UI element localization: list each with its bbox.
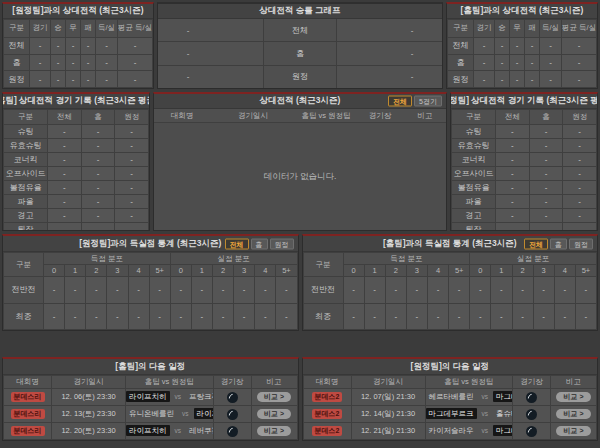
cell: 0	[170, 265, 191, 277]
cell: 0	[470, 265, 491, 277]
row-label: 볼점유율	[4, 181, 48, 195]
cell: -	[496, 209, 530, 223]
cell: 1	[191, 265, 212, 277]
away-team-name: 레버쿠젠	[186, 425, 213, 436]
table-row: 슈팅---	[4, 125, 149, 139]
stadium-icon[interactable]	[227, 392, 238, 403]
row-label: 경고	[4, 209, 48, 223]
goals-stats-tabs: 전체 홈 원정	[524, 238, 593, 249]
schedule-row-1: 분데스2 12. 07(일) 21:30 헤르타베를린vs마그데부르크 비교 >	[303, 389, 597, 406]
h2h-detail-row: [홈팀] 상대전적 경기 기록 (최근3시즌 평균) 구분전체홈원정 슈팅---…	[2, 92, 598, 231]
cell: -	[66, 37, 81, 54]
stadium-icon[interactable]	[526, 392, 537, 403]
away-team-name: 마그데부르크	[493, 391, 513, 402]
cell: -	[474, 71, 495, 88]
compare-button[interactable]: 비교 >	[556, 426, 590, 436]
away-winrate-value: -	[382, 66, 442, 88]
tab-last5[interactable]: 5경기	[414, 96, 442, 107]
cell: -	[540, 54, 562, 71]
scored-group-header: 득점 분포	[343, 253, 470, 265]
cell: -	[449, 303, 470, 330]
cell: -	[81, 195, 115, 209]
stadium-icon[interactable]	[227, 409, 238, 420]
row-label: 오프사이드	[4, 167, 48, 181]
cell: 2	[86, 265, 107, 277]
cell: -	[234, 277, 255, 304]
header-row: 구분전체홈원정	[4, 110, 149, 125]
tab-all[interactable]: 전체	[524, 238, 548, 249]
cell: -	[495, 37, 510, 54]
row-label: 전반전	[303, 277, 343, 304]
table-row: 전반전------------	[303, 277, 597, 304]
schedule-row-1: 분데스리 12. 06(토) 23:30 라이프치히vs프랑크푸르트 비교 >	[4, 389, 298, 406]
away-schedule-title: [원정팀]의 다음 일정	[303, 359, 598, 375]
home-winrate-value: -	[158, 66, 218, 88]
cell: -	[563, 125, 597, 139]
cell: -	[48, 223, 82, 232]
cell: -	[525, 54, 540, 71]
table-row: 퇴장---	[452, 223, 597, 232]
home-h2h-panel: [원정팀]과의 상대전적 (최근3시즌) 구분경기승무패득/실평균 득/실 전체…	[2, 2, 154, 89]
cell: 경기	[30, 20, 51, 38]
cell: -	[170, 303, 191, 330]
cell: -	[510, 71, 525, 88]
conceded-group-header: 실점 분포	[470, 253, 597, 265]
cell: -	[30, 54, 51, 71]
away-avg-record-panel: [원정팀] 상대전적 경기 기록 (최근3시즌 평균) 구분전체홈원정 슈팅--…	[450, 92, 598, 231]
tab-home[interactable]: 홈	[251, 238, 268, 249]
goals-stats-tabs: 전체 홈 원정	[225, 238, 294, 249]
h2h-match-list-title-text: 상대전적 (최근3시즌)	[260, 95, 341, 107]
cell: 2	[512, 265, 533, 277]
row-label: 원정	[4, 71, 30, 88]
tab-away[interactable]: 원정	[270, 238, 294, 249]
tab-all[interactable]: 전체	[388, 96, 412, 107]
cell: -	[86, 303, 107, 330]
cell: -	[563, 195, 597, 209]
cell: -	[213, 303, 234, 330]
compare-button[interactable]: 비교 >	[556, 392, 590, 402]
cell: -	[496, 125, 530, 139]
vs-label: vs	[482, 427, 489, 434]
cell: -	[562, 54, 597, 71]
compare-button[interactable]: 비교 >	[257, 426, 291, 436]
compare-button[interactable]: 비교 >	[556, 409, 590, 419]
away-goals-stats-title: [홈팀]과의 득실점 통계 (최근3시즌) 전체 홈 원정	[303, 236, 598, 252]
cell: 홈팀 vs 원정팀	[425, 376, 513, 389]
cell: -	[48, 195, 82, 209]
match-teams: 마그데부르크vs홀슈타인킬	[425, 406, 513, 423]
table-row: 코너킥---	[4, 153, 149, 167]
cell: -	[65, 303, 86, 330]
away-avg-record-title: [원정팀] 상대전적 경기 기록 (최근3시즌 평균)	[451, 94, 597, 109]
stadium-icon[interactable]	[526, 409, 537, 420]
cell: -	[81, 71, 96, 88]
table-row: 볼점유율---	[452, 181, 597, 195]
compare-button[interactable]: 비교 >	[257, 392, 291, 402]
cell: -	[470, 277, 491, 304]
table-row: 파울---	[4, 195, 149, 209]
cell: 비고	[404, 111, 446, 121]
cell: 구분	[452, 110, 496, 125]
cell: -	[529, 209, 563, 223]
cell: -	[563, 153, 597, 167]
table-row: 오프사이드---	[452, 167, 597, 181]
tab-away[interactable]: 원정	[569, 238, 593, 249]
compare-button[interactable]: 비교 >	[257, 409, 291, 419]
away-winrate-value: -	[382, 42, 442, 64]
tab-home[interactable]: 홈	[550, 238, 567, 249]
row-label: 유효슈팅	[452, 139, 496, 153]
cell: -	[234, 303, 255, 330]
table-row: 전반전------------	[4, 277, 298, 304]
cell: -	[496, 139, 530, 153]
cell: 3	[107, 265, 128, 277]
cell: -	[529, 125, 563, 139]
cell: -	[44, 303, 65, 330]
stadium-icon[interactable]	[526, 426, 537, 437]
cell: -	[276, 303, 297, 330]
stadium-icon[interactable]	[227, 426, 238, 437]
cell: -	[115, 195, 149, 209]
header-row: 구분경기승무패득/실평균 득/실	[448, 20, 597, 38]
away-h2h-panel: [홈팀]과의 상대전적 (최근3시즌) 구분경기승무패득/실평균 득/실 전체-…	[446, 2, 598, 89]
tab-all[interactable]: 전체	[225, 238, 249, 249]
graph-row-label: 전체	[263, 19, 337, 41]
cell: -	[149, 303, 170, 330]
